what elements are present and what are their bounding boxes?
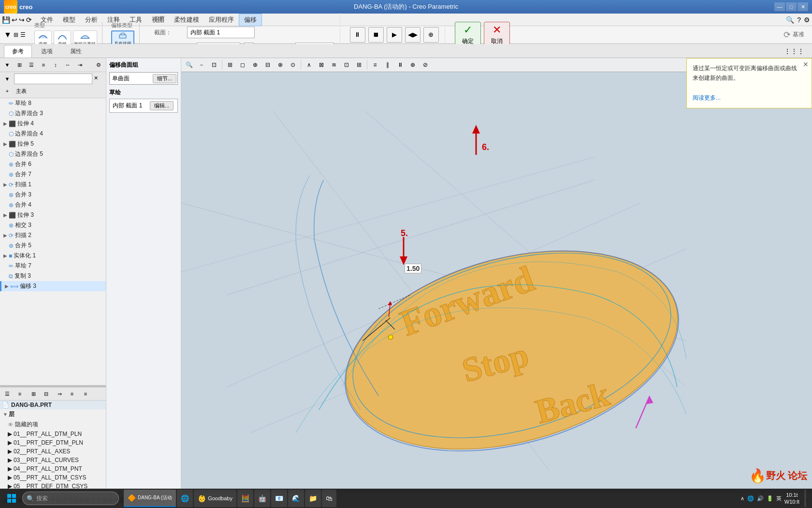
start-button[interactable] [2, 490, 21, 507]
tree-item-extrude5[interactable]: ▶ ⬛ 拉伸 5 [0, 139, 106, 149]
layer-tree-btn2[interactable]: ≡ [14, 388, 25, 399]
tray-icon-up[interactable]: ∧ [740, 495, 744, 502]
layer-item-2[interactable]: ▶ 01__PRT_DEF_DTM_PLN [0, 438, 106, 447]
view10-btn[interactable]: ⊡ [341, 59, 352, 71]
tab-options[interactable]: 选项 [33, 45, 61, 58]
settings-icon[interactable]: ⚙ [804, 16, 810, 24]
view-toggle-icon[interactable]: ▼ [4, 30, 12, 39]
zoom-out-btn[interactable]: － [196, 59, 207, 71]
layer-arrow-btn[interactable]: ⇒ [54, 388, 65, 399]
view8-btn[interactable]: ⊠ [316, 59, 327, 71]
tab-props[interactable]: 属性 [62, 45, 90, 58]
tray-network[interactable]: 🌐 [747, 495, 754, 502]
view11-btn[interactable]: ⊞ [353, 59, 365, 71]
taskbar-app-creo[interactable]: 🔶 DANG-BA (活动 [124, 490, 176, 507]
tree-item-copy3[interactable]: ⧉ 复制 3 [0, 271, 106, 281]
tray-show-desktop[interactable] [804, 490, 806, 507]
tray-keyboard[interactable]: 英 [776, 495, 782, 502]
taskbar-search[interactable]: 🔍 搜索 [22, 492, 119, 505]
search-icon[interactable]: 🔍 [786, 16, 794, 24]
tree-view2-btn[interactable]: ☰ [26, 60, 37, 70]
tree-search-input[interactable] [14, 74, 92, 84]
main-table-toggle[interactable]: 主表 [16, 88, 27, 95]
tree-view1-btn[interactable]: ⊞ [14, 60, 25, 70]
layer-view-btn2[interactable]: ⊟ [41, 388, 51, 399]
tree-item-extrude4[interactable]: ▶ ⬛ 拉伸 4 [0, 119, 106, 129]
save-icon[interactable]: 💾 [2, 16, 10, 24]
view4-btn[interactable]: ⊟ [262, 59, 274, 71]
tree-view4-btn[interactable]: ↕ [50, 60, 61, 70]
view7-btn[interactable]: ∧ [303, 59, 315, 71]
tree-item-sketch7[interactable]: ✏ 草绘 7 [0, 261, 106, 271]
tree-item-blend3[interactable]: ⬡ 边界混合 3 [0, 108, 106, 119]
layer-view-btn1[interactable]: ⊞ [28, 388, 39, 399]
tree-item-merge5[interactable]: ⊕ 合并 5 [0, 240, 106, 251]
help-icon[interactable]: ? [797, 16, 801, 24]
redo-icon[interactable]: ↪ [19, 16, 25, 24]
view3-btn[interactable]: ⊕ [249, 59, 261, 71]
edit-sketch-btn[interactable]: 编辑... [150, 101, 174, 110]
tree-item-merge3[interactable]: ⊕ 合并 3 [0, 190, 106, 200]
layer-item-4[interactable]: ▶ 03__PRT_ALL_CURVES [0, 456, 106, 464]
preview1-button[interactable]: ▶ [387, 27, 402, 43]
tray-volume[interactable]: 🔊 [757, 495, 764, 502]
tree-settings-btn[interactable]: ⚙ [93, 60, 104, 70]
layer-item-hidden[interactable]: 👁 隐藏的项 [0, 419, 106, 430]
search-clear-btn[interactable]: ✕ [94, 75, 102, 83]
sketch-view-btn[interactable]: ⊞ [224, 59, 236, 71]
taskbar-app-explorer[interactable]: 📁 [305, 490, 321, 507]
tree-item-sketch8[interactable]: ✏ 草绘 8 [0, 98, 106, 108]
view9-btn[interactable]: ≋ [328, 59, 340, 71]
taskbar-app-edge[interactable]: 🌊 [288, 490, 304, 507]
read-more-link[interactable]: 阅读更多... [693, 94, 721, 101]
view-list-icon[interactable]: ⊞ [14, 31, 18, 38]
3d-view-btn[interactable]: ◻ [237, 59, 248, 71]
view13-btn[interactable]: ∥ [382, 59, 393, 71]
info-close-btn[interactable]: ✕ [803, 60, 809, 68]
tree-item-solid1[interactable]: ▶ ■ 实体化 1 [0, 251, 106, 261]
view15-btn[interactable]: ⊕ [407, 59, 419, 71]
detail-btn[interactable]: 细节... [153, 74, 176, 83]
maximize-button[interactable]: □ [786, 2, 797, 11]
filter-btn[interactable]: ▼ [2, 60, 13, 70]
zoom-in-btn[interactable]: 🔍 [183, 59, 195, 71]
regen-icon[interactable]: ⟳ [26, 16, 32, 24]
tree-item-merge6[interactable]: ⊕ 合并 6 [0, 159, 106, 169]
tree-view3-btn[interactable]: ≡ [38, 60, 49, 70]
close-button[interactable]: ✕ [798, 2, 808, 11]
taskbar-app-android[interactable]: 🤖 [254, 490, 270, 507]
view14-btn[interactable]: ⏸ [394, 59, 406, 71]
tree-item-sweep2[interactable]: ▶ ⟳ 扫描 2 [0, 230, 106, 240]
layer-add-btn[interactable]: ≡ [80, 388, 91, 399]
tray-datetime[interactable]: 10:1t W10:lt [784, 492, 799, 506]
view12-btn[interactable]: ≡ [369, 59, 381, 71]
tab-ref[interactable]: 参考 [4, 45, 32, 58]
taskbar-app-ie[interactable]: 🌐 [177, 490, 193, 507]
stop-button[interactable]: ⏹ [368, 27, 384, 43]
section-input[interactable] [187, 27, 255, 38]
tree-view5-btn[interactable]: ↔ [62, 60, 73, 70]
layer-item-3[interactable]: ▶ 02__PRT_ALL_AXES [0, 447, 106, 456]
taskbar-app-calc[interactable]: 🧮 [237, 490, 253, 507]
layer-tree-btn1[interactable]: ☰ [2, 388, 13, 399]
tray-battery[interactable]: 🔋 [767, 495, 773, 502]
tree-item-blend4[interactable]: ⬡ 边界混合 4 [0, 129, 106, 139]
tree-item-sweep1[interactable]: ▶ ⟳ 扫描 1 [0, 179, 106, 190]
tree-item-blend5[interactable]: ⬡ 边界混合 5 [0, 149, 106, 159]
undo-icon[interactable]: ↩ [12, 16, 17, 24]
view5-btn[interactable]: ⊗ [275, 59, 286, 71]
part-name-row[interactable]: 📄 DANG-BA.PRT [0, 401, 106, 409]
taskbar-app-outlook[interactable]: 📧 [271, 490, 287, 507]
minimize-button[interactable]: — [774, 2, 785, 11]
filter-icon[interactable]: ▼ [2, 74, 13, 84]
taskbar-app-store[interactable]: 🛍 [322, 490, 336, 507]
pause-button[interactable]: ⏸ [350, 27, 365, 43]
layer-item-6[interactable]: ▶ 05__PRT_ALL_DTM_CSYS [0, 473, 106, 482]
tree-item-intersect3[interactable]: ⊗ 相交 3 [0, 220, 106, 230]
tree-item-merge7[interactable]: ⊕ 合并 7 [0, 169, 106, 179]
panel-collapse-btn[interactable]: ⋮⋮⋮ [784, 45, 808, 58]
layer-settings-btn2[interactable]: ≡ [67, 388, 77, 399]
layer-header-row[interactable]: ▼ 层 [0, 409, 106, 419]
view-grid-icon[interactable]: ☰ [20, 31, 26, 38]
fit-btn[interactable]: ⊡ [208, 59, 220, 71]
